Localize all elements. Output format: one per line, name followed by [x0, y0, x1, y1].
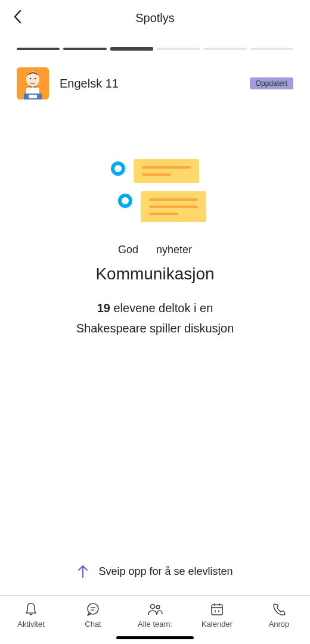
svg-point-3 — [35, 78, 36, 80]
svg-point-9 — [151, 605, 155, 609]
stats-line2: Shakespeare spiller diskusjon — [17, 318, 293, 338]
calendar-icon — [209, 602, 225, 617]
caption-word: nyheter — [156, 244, 192, 256]
header: Spotlys — [0, 0, 310, 36]
chat-icon — [85, 602, 101, 617]
progress-segment — [157, 48, 200, 50]
swipe-text: Sveip opp for å se elevlisten — [98, 565, 232, 578]
page-title: Spotlys — [135, 11, 175, 25]
svg-point-2 — [30, 78, 32, 80]
bell-icon — [23, 602, 39, 617]
nav-calendar[interactable]: Kalender — [190, 602, 244, 629]
stats-text: 19 elevene deltok i en Shakespeare spill… — [17, 298, 293, 338]
phone-icon — [271, 602, 287, 617]
main-title: Kommunikasjon — [17, 265, 293, 284]
svg-rect-11 — [212, 605, 222, 615]
story-progress[interactable] — [17, 48, 293, 51]
bottom-nav: Aktivitet Chat Alle team: Kalender — [0, 595, 310, 644]
progress-segment — [250, 48, 293, 50]
bullet-icon — [118, 194, 132, 208]
main-content: Engelsk 11 Oppdatert God nyheter Kommuni… — [0, 48, 310, 338]
swipe-hint[interactable]: Sveip opp for å se elevlisten — [0, 564, 310, 578]
nav-teams[interactable]: Alle team: — [128, 602, 182, 629]
student-count: 19 — [97, 301, 110, 315]
shakespeare-avatar-icon — [17, 67, 49, 99]
nav-label: Alle team: — [138, 620, 172, 629]
nav-label: Chat — [85, 620, 101, 629]
progress-segment — [17, 48, 60, 50]
home-indicator[interactable] — [116, 636, 194, 639]
class-name: Engelsk 11 — [60, 77, 239, 91]
illustration-row — [111, 159, 199, 183]
nav-chat[interactable]: Chat — [66, 602, 120, 629]
svg-point-1 — [26, 71, 39, 87]
caption: God nyheter — [17, 244, 293, 256]
class-avatar — [17, 67, 49, 99]
nav-label: Anrop — [269, 620, 290, 629]
back-button[interactable] — [13, 10, 21, 26]
arrow-up-icon — [77, 564, 89, 578]
svg-rect-5 — [29, 95, 37, 98]
stats-line1: 19 elevene deltok i en — [17, 298, 293, 318]
svg-point-6 — [88, 603, 98, 614]
nav-label: Kalender — [202, 620, 232, 629]
bullet-icon — [111, 161, 125, 176]
nav-activity[interactable]: Aktivitet — [4, 602, 58, 629]
progress-segment — [63, 48, 106, 50]
message-card-icon — [134, 159, 199, 183]
nav-label: Aktivitet — [17, 620, 45, 629]
progress-segment — [110, 47, 153, 51]
caption-word: God — [118, 244, 138, 256]
status-badge: Oppdatert — [250, 77, 293, 89]
teams-icon — [146, 602, 164, 617]
illustration — [17, 159, 293, 222]
svg-point-10 — [156, 605, 160, 609]
illustration-row — [104, 191, 206, 222]
stats-line1-rest: elevene deltok i en — [114, 301, 213, 315]
nav-calls[interactable]: Anrop — [252, 602, 306, 629]
message-card-icon — [141, 191, 206, 222]
progress-segment — [203, 48, 246, 50]
chevron-left-icon — [13, 10, 21, 24]
class-header: Engelsk 11 Oppdatert — [17, 67, 293, 99]
